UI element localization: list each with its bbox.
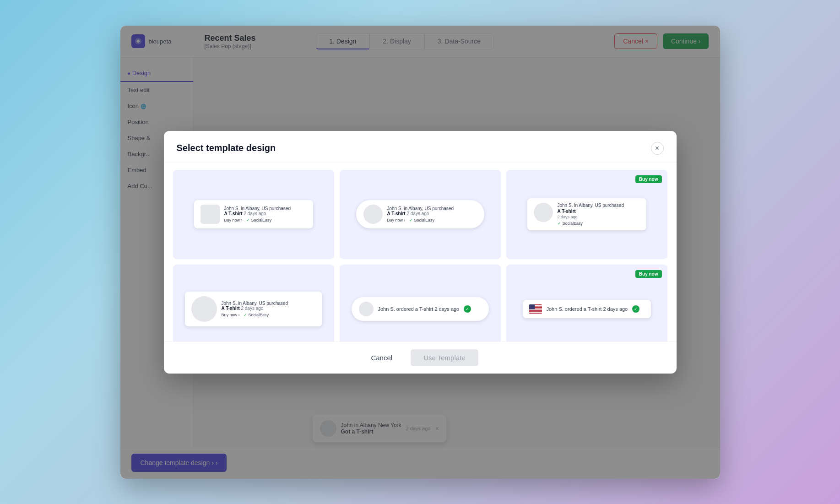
template2-avatar [363,205,383,224]
template-card-1[interactable]: John S. in Albany, US purchased A T-shir… [173,170,334,259]
template-card-2[interactable]: John S. in Albany, US purchased A T-shir… [340,170,501,259]
modal-cancel-button[interactable]: Cancel [362,349,401,366]
template2-content: John S. in Albany, US purchased A T-shir… [387,206,477,222]
svg-rect-8 [529,309,542,310]
template6-check: ✓ [632,305,639,313]
template-card-6[interactable]: Buy now [506,265,667,341]
us-flag-icon [529,304,542,314]
modal-close-button[interactable]: × [651,142,664,155]
template3-badge: Buy now [635,175,662,183]
modal-overlay: Select template design × John S. in Alba… [120,26,720,479]
templates-grid: John S. in Albany, US purchased A T-shir… [173,170,667,341]
template5-check: ✓ [464,305,471,313]
modal-body: John S. in Albany, US purchased A T-shir… [164,163,677,341]
template1-avatar [201,205,220,224]
svg-rect-10 [529,311,542,312]
template-preview-2: John S. in Albany, US purchased A T-shir… [356,200,484,228]
svg-rect-9 [529,310,542,311]
template5-avatar [359,302,374,316]
template-card-4[interactable]: John S. in Albany, US purchased A T-shir… [173,265,334,341]
template6-text: John S. ordered a T-shirt 2 days ago [547,306,628,312]
template-preview-3: John S. in Albany, US purchased A T-shir… [527,198,646,230]
template4-content: John S. in Albany, US purchased A T-shir… [222,301,316,317]
template-preview-4: John S. in Albany, US purchased A T-shir… [185,292,322,326]
app-window: bloupeta Recent Sales [Sales Pop (stage)… [120,26,720,479]
svg-rect-14 [529,304,535,309]
select-template-modal: Select template design × John S. in Alba… [164,131,677,374]
modal-header: Select template design × [164,131,677,163]
svg-rect-12 [529,312,542,313]
template5-text: John S. ordered a T-shirt 2 days ago [378,306,460,312]
use-template-button[interactable]: Use Template [411,349,478,366]
template-preview-5: John S. ordered a T-shirt 2 days ago ✓ [352,297,489,321]
template3-avatar [534,203,553,222]
modal-footer: Cancel Use Template [164,341,677,374]
template4-avatar [191,296,217,322]
modal-title: Select template design [177,143,276,153]
template-card-3[interactable]: Buy now John S. in Albany, US purchased … [506,170,667,259]
template-preview-6: John S. ordered a T-shirt 2 days ago ✓ [523,300,651,318]
template6-badge: Buy now [635,270,662,278]
svg-rect-13 [529,313,542,314]
template-card-5[interactable]: John S. ordered a T-shirt 2 days ago ✓ [340,265,501,341]
template-preview-1: John S. in Albany, US purchased A T-shir… [194,200,313,228]
svg-rect-11 [529,311,542,312]
template3-content: John S. in Albany, US purchased A T-shir… [558,203,640,226]
template1-content: John S. in Albany, US purchased A T-shir… [224,206,307,222]
